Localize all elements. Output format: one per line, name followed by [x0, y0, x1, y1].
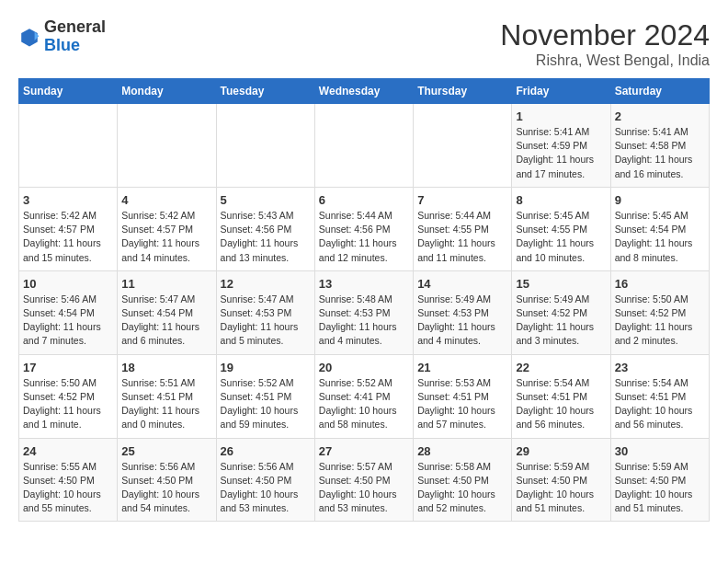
calendar-cell: 23Sunrise: 5:54 AMSunset: 4:51 PMDayligh… — [610, 354, 709, 438]
calendar-cell: 8Sunrise: 5:45 AMSunset: 4:55 PMDaylight… — [512, 187, 610, 270]
month-title: November 2024 — [500, 18, 710, 52]
day-info: Sunrise: 5:44 AMSunset: 4:55 PMDaylight:… — [417, 209, 507, 265]
day-info: Sunrise: 5:52 AMSunset: 4:51 PMDaylight:… — [221, 376, 311, 432]
day-info: Sunrise: 5:59 AMSunset: 4:50 PMDaylight:… — [615, 460, 705, 516]
calendar-cell: 25Sunrise: 5:56 AMSunset: 4:50 PMDayligh… — [118, 438, 216, 522]
calendar-table: SundayMondayTuesdayWednesdayThursdayFrid… — [18, 78, 710, 522]
calendar-cell: 28Sunrise: 5:58 AMSunset: 4:50 PMDayligh… — [414, 438, 512, 522]
day-number: 23 — [615, 361, 705, 374]
day-number: 13 — [319, 277, 409, 291]
day-info: Sunrise: 5:45 AMSunset: 4:55 PMDaylight:… — [516, 209, 606, 265]
calendar-cell: 14Sunrise: 5:49 AMSunset: 4:53 PMDayligh… — [414, 270, 512, 354]
calendar-cell — [118, 104, 216, 188]
day-info: Sunrise: 5:56 AMSunset: 4:50 PMDaylight:… — [121, 460, 211, 516]
calendar-cell: 9Sunrise: 5:45 AMSunset: 4:54 PMDaylight… — [610, 187, 709, 270]
calendar-week-row: 3Sunrise: 5:42 AMSunset: 4:57 PMDaylight… — [19, 187, 710, 270]
day-info: Sunrise: 5:49 AMSunset: 4:53 PMDaylight:… — [417, 293, 507, 349]
calendar-cell: 24Sunrise: 5:55 AMSunset: 4:50 PMDayligh… — [19, 438, 118, 522]
day-number: 12 — [221, 277, 311, 291]
weekday-header-row: SundayMondayTuesdayWednesdayThursdayFrid… — [19, 79, 710, 104]
logo: General Blue — [18, 18, 106, 55]
day-info: Sunrise: 5:56 AMSunset: 4:50 PMDaylight:… — [221, 460, 311, 516]
day-info: Sunrise: 5:47 AMSunset: 4:53 PMDaylight:… — [221, 293, 311, 349]
calendar-cell: 11Sunrise: 5:47 AMSunset: 4:54 PMDayligh… — [118, 270, 216, 354]
location: Rishra, West Bengal, India — [500, 52, 710, 69]
day-info: Sunrise: 5:54 AMSunset: 4:51 PMDaylight:… — [615, 376, 705, 432]
calendar-week-row: 10Sunrise: 5:46 AMSunset: 4:54 PMDayligh… — [19, 270, 710, 354]
calendar-cell: 19Sunrise: 5:52 AMSunset: 4:51 PMDayligh… — [216, 354, 314, 438]
weekday-header: Friday — [512, 79, 610, 104]
day-info: Sunrise: 5:44 AMSunset: 4:56 PMDaylight:… — [319, 209, 409, 265]
day-info: Sunrise: 5:45 AMSunset: 4:54 PMDaylight:… — [615, 209, 705, 265]
day-number: 6 — [319, 193, 409, 207]
day-info: Sunrise: 5:58 AMSunset: 4:50 PMDaylight:… — [417, 460, 507, 516]
day-info: Sunrise: 5:46 AMSunset: 4:54 PMDaylight:… — [23, 293, 113, 349]
day-info: Sunrise: 5:42 AMSunset: 4:57 PMDaylight:… — [121, 209, 211, 265]
calendar-cell: 6Sunrise: 5:44 AMSunset: 4:56 PMDaylight… — [314, 187, 413, 270]
day-info: Sunrise: 5:50 AMSunset: 4:52 PMDaylight:… — [615, 293, 705, 349]
day-number: 19 — [221, 361, 311, 374]
day-info: Sunrise: 5:55 AMSunset: 4:50 PMDaylight:… — [23, 460, 113, 516]
calendar-cell — [19, 104, 118, 188]
day-number: 9 — [615, 193, 705, 207]
calendar-cell — [414, 104, 512, 188]
day-number: 3 — [23, 193, 113, 207]
day-number: 25 — [121, 444, 211, 458]
calendar-cell: 15Sunrise: 5:49 AMSunset: 4:52 PMDayligh… — [512, 270, 610, 354]
day-number: 10 — [23, 277, 113, 291]
day-number: 24 — [23, 444, 113, 458]
day-number: 14 — [417, 277, 507, 291]
day-number: 20 — [319, 361, 409, 374]
day-number: 5 — [221, 193, 311, 207]
day-info: Sunrise: 5:50 AMSunset: 4:52 PMDaylight:… — [23, 376, 113, 432]
calendar-cell: 21Sunrise: 5:53 AMSunset: 4:51 PMDayligh… — [414, 354, 512, 438]
calendar-cell: 10Sunrise: 5:46 AMSunset: 4:54 PMDayligh… — [19, 270, 118, 354]
day-number: 1 — [516, 109, 606, 123]
calendar-cell: 12Sunrise: 5:47 AMSunset: 4:53 PMDayligh… — [216, 270, 314, 354]
calendar-cell: 5Sunrise: 5:43 AMSunset: 4:56 PMDaylight… — [216, 187, 314, 270]
day-number: 16 — [615, 277, 705, 291]
weekday-header: Thursday — [414, 79, 512, 104]
calendar-cell: 3Sunrise: 5:42 AMSunset: 4:57 PMDaylight… — [19, 187, 118, 270]
day-info: Sunrise: 5:53 AMSunset: 4:51 PMDaylight:… — [417, 376, 507, 432]
day-number: 28 — [417, 444, 507, 458]
logo-icon — [18, 26, 40, 48]
calendar-cell: 30Sunrise: 5:59 AMSunset: 4:50 PMDayligh… — [610, 438, 709, 522]
calendar-cell: 27Sunrise: 5:57 AMSunset: 4:50 PMDayligh… — [314, 438, 413, 522]
day-info: Sunrise: 5:59 AMSunset: 4:50 PMDaylight:… — [516, 460, 606, 516]
calendar-cell: 22Sunrise: 5:54 AMSunset: 4:51 PMDayligh… — [512, 354, 610, 438]
day-number: 30 — [615, 444, 705, 458]
day-info: Sunrise: 5:41 AMSunset: 4:59 PMDaylight:… — [516, 125, 606, 181]
day-number: 29 — [516, 444, 606, 458]
day-info: Sunrise: 5:41 AMSunset: 4:58 PMDaylight:… — [615, 125, 705, 181]
day-number: 2 — [615, 109, 705, 123]
day-number: 8 — [516, 193, 606, 207]
day-number: 15 — [516, 277, 606, 291]
weekday-header: Monday — [118, 79, 216, 104]
day-info: Sunrise: 5:54 AMSunset: 4:51 PMDaylight:… — [516, 376, 606, 432]
weekday-header: Wednesday — [314, 79, 413, 104]
calendar-week-row: 1Sunrise: 5:41 AMSunset: 4:59 PMDaylight… — [19, 104, 710, 188]
day-info: Sunrise: 5:48 AMSunset: 4:53 PMDaylight:… — [319, 293, 409, 349]
day-number: 4 — [121, 193, 211, 207]
calendar-cell: 16Sunrise: 5:50 AMSunset: 4:52 PMDayligh… — [610, 270, 709, 354]
day-number: 18 — [121, 361, 211, 374]
calendar-cell — [216, 104, 314, 188]
day-number: 21 — [417, 361, 507, 374]
calendar-cell: 4Sunrise: 5:42 AMSunset: 4:57 PMDaylight… — [118, 187, 216, 270]
calendar-cell — [314, 104, 413, 188]
page-header: General Blue November 2024 Rishra, West … — [18, 18, 710, 69]
calendar-cell: 7Sunrise: 5:44 AMSunset: 4:55 PMDaylight… — [414, 187, 512, 270]
day-info: Sunrise: 5:42 AMSunset: 4:57 PMDaylight:… — [23, 209, 113, 265]
calendar-cell: 1Sunrise: 5:41 AMSunset: 4:59 PMDaylight… — [512, 104, 610, 188]
calendar-cell: 17Sunrise: 5:50 AMSunset: 4:52 PMDayligh… — [19, 354, 118, 438]
day-number: 11 — [121, 277, 211, 291]
weekday-header: Saturday — [610, 79, 709, 104]
calendar-cell: 13Sunrise: 5:48 AMSunset: 4:53 PMDayligh… — [314, 270, 413, 354]
weekday-header: Tuesday — [216, 79, 314, 104]
day-number: 17 — [23, 361, 113, 374]
day-number: 26 — [221, 444, 311, 458]
calendar-cell: 20Sunrise: 5:52 AMSunset: 4:41 PMDayligh… — [314, 354, 413, 438]
calendar-week-row: 24Sunrise: 5:55 AMSunset: 4:50 PMDayligh… — [19, 438, 710, 522]
day-info: Sunrise: 5:47 AMSunset: 4:54 PMDaylight:… — [121, 293, 211, 349]
